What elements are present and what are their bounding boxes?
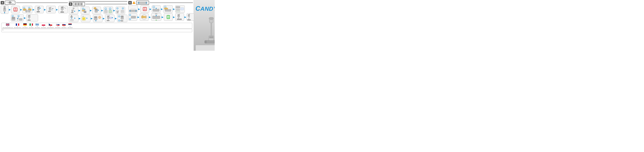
- arrow-4-3: ▶: [33, 8, 34, 11]
- arrow-5-3: ▶: [101, 9, 103, 12]
- svg-rect-199: [188, 15, 189, 15]
- flag-url-de: www.candy.de: [22, 27, 28, 28]
- svg-marker-118: [112, 17, 113, 18]
- sec5-divider: [69, 1, 127, 2]
- flag-item-fr[interactable]: ⬇ www.candy-home.fr: [14, 24, 21, 28]
- flag-url-gb: www.candy-domestic.co.uk: [2, 27, 13, 28]
- svg-rect-38: [60, 12, 64, 13]
- svg-rect-256: [211, 23, 212, 36]
- svg-text:Clic: Clic: [52, 8, 54, 9]
- step-4-off: I OFF: [11, 6, 20, 13]
- flag-item-pl[interactable]: ⬇ www.candy.pl: [41, 24, 46, 28]
- section-6-row1: ▶ I OFF ▶: [128, 5, 193, 13]
- svg-rect-245: [68, 24, 72, 25]
- candy-c: C: [196, 5, 200, 12]
- svg-text:PUSH: PUSH: [84, 12, 86, 13]
- svg-rect-13: [24, 9, 24, 11]
- footnote-asterisk: *: [2, 30, 3, 31]
- svg-rect-258: [209, 36, 213, 38]
- section-5-icon: [73, 2, 85, 6]
- section-4-icon: [5, 1, 15, 5]
- flag-url-cz: www.candyspot.cz: [47, 27, 54, 28]
- svg-rect-26: [38, 7, 39, 8]
- left-content: 4: [0, 0, 194, 51]
- svg-text:1: 1: [117, 8, 118, 9]
- step-6-floorbrush: [128, 5, 138, 13]
- svg-marker-98: [74, 18, 76, 19]
- svg-rect-51: [28, 16, 30, 16]
- svg-rect-223: [36, 25, 39, 25]
- svg-rect-72: [94, 7, 95, 9]
- step-6-off: I OFF: [140, 5, 149, 13]
- svg-rect-255: [209, 18, 214, 19]
- arrow-6-r2-2: ▶: [149, 16, 151, 18]
- step-5-x5: X5: [69, 7, 78, 14]
- section-4-line: [16, 3, 68, 3]
- footnote-box: *: [1, 29, 192, 32]
- svg-rect-27: [37, 11, 40, 12]
- download-icon-gr: ⬇: [37, 26, 38, 27]
- on-label: I ON: [167, 15, 170, 19]
- svg-text:1: 1: [106, 8, 106, 9]
- svg-rect-1: [9, 2, 12, 4]
- svg-text:2: 2: [122, 8, 123, 9]
- svg-rect-73: [95, 7, 96, 9]
- arrow-4-4: ▶: [44, 8, 46, 11]
- svg-rect-159: [165, 9, 171, 12]
- download-icon-gb: ⬇: [7, 26, 8, 27]
- svg-rect-37: [61, 7, 63, 8]
- svg-rect-209: [6, 25, 9, 25]
- flag-item-it[interactable]: ⬇ www.candy.it: [29, 24, 34, 28]
- svg-rect-127: [120, 21, 123, 21]
- download-icon-it: ⬇: [31, 26, 32, 27]
- flag-item-rs[interactable]: ⬇ www.candy.rs: [68, 24, 72, 28]
- svg-rect-117: [110, 17, 112, 19]
- flag-item-si[interactable]: ⬇ www.candy.si: [61, 24, 66, 28]
- svg-rect-77: [104, 10, 108, 13]
- svg-rect-7: [4, 8, 6, 9]
- svg-rect-93: [70, 17, 73, 17]
- flag-item-cz[interactable]: ⬇ www.candyspot.cz: [47, 24, 54, 28]
- svg-rect-131: [138, 2, 139, 4]
- section-4-header: 4: [1, 1, 68, 5]
- step-5-faucet: [69, 15, 78, 22]
- flag-item-sk[interactable]: ⬇ www.candy.sk: [55, 24, 60, 28]
- top-sections: 4: [1, 1, 193, 22]
- flag-item-de[interactable]: ⬇ www.candy.de: [22, 24, 28, 28]
- svg-text:1: 1: [119, 16, 120, 17]
- step-5-parts12: 1 2: [116, 7, 125, 14]
- svg-rect-224: [36, 25, 39, 26]
- flag-url-it: www.candy.it: [29, 27, 34, 28]
- arrow-4-r2: ▶: [24, 17, 26, 19]
- download-icon-sk: ⬇: [58, 26, 58, 27]
- svg-marker-28: [40, 8, 41, 9]
- download-icon-si: ⬇: [64, 26, 64, 27]
- section-4-number: 4: [1, 1, 4, 5]
- x5-label: X5: [73, 8, 74, 9]
- svg-text:2: 2: [83, 8, 84, 9]
- download-icon-cz: ⬇: [50, 26, 51, 27]
- svg-rect-227: [36, 24, 37, 24]
- svg-rect-14: [24, 8, 25, 11]
- svg-text:!: !: [134, 2, 134, 4]
- svg-rect-61: [71, 12, 74, 13]
- svg-text:1: 1: [12, 16, 13, 17]
- section-5-row1: X5 ▶: [69, 7, 127, 14]
- bottom-links: ⬇ www.candy-domestic.co.uk ⬇ www.candy-h…: [1, 23, 193, 32]
- step-6-brushhand: 2: [163, 5, 173, 13]
- step-6-brushremove: 1: [152, 5, 160, 13]
- svg-rect-212: [18, 24, 19, 26]
- flag-item-gb[interactable]: ⬇ www.candy-domestic.co.uk: [2, 24, 13, 28]
- section-4-row1: ▶ I OFF ▶: [1, 5, 68, 14]
- flag-item-gr[interactable]: ⬇ www.candy.gr: [35, 24, 40, 28]
- svg-rect-215: [23, 25, 27, 26]
- section-6-icon: [136, 1, 149, 5]
- svg-rect-58: [81, 4, 82, 5]
- svg-rect-56: [78, 4, 79, 5]
- section-6-row2: 1 2 ▶: [128, 13, 193, 21]
- arrow-6-r2-1: ▶: [138, 16, 139, 18]
- svg-rect-23: [28, 10, 30, 12]
- arrow-6-4: ▶: [173, 8, 175, 10]
- download-icon-de: ⬇: [25, 26, 25, 27]
- arrow-5-r2-2: ▶: [91, 17, 93, 20]
